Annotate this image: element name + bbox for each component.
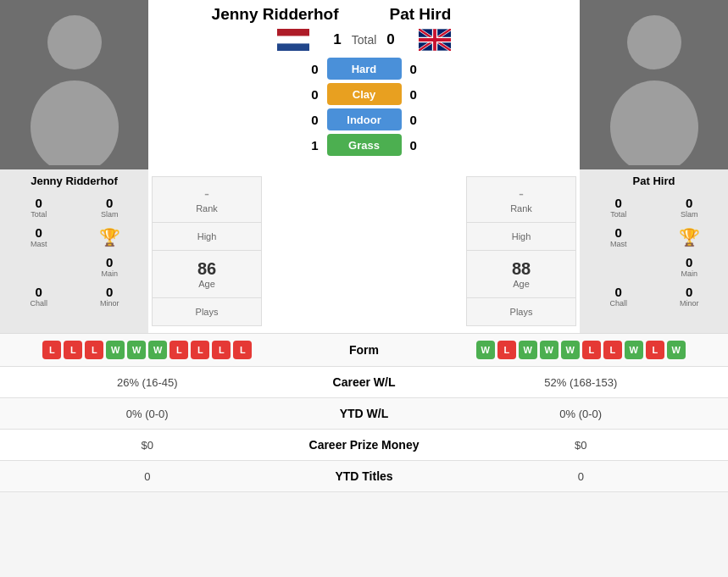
right-mast-cell: 0 Mast (583, 222, 654, 252)
career-wl-label: Career W/L (288, 375, 441, 389)
career-prize-row: $0 Career Prize Money $0 (0, 430, 728, 461)
svg-rect-4 (277, 36, 309, 44)
surface-scores: 0 Hard 0 0 Clay 0 0 (148, 54, 580, 159)
right-form: W L W W W L L W L W (441, 341, 722, 359)
right-minor-lbl: Minor (680, 299, 699, 308)
right-main-lbl: Main (681, 269, 697, 278)
left-main-cell: 0 Main (75, 252, 146, 281)
left-main-val: 0 (106, 255, 113, 269)
svg-point-7 (627, 15, 681, 69)
form-badge: L (85, 341, 103, 359)
clay-label: Clay (353, 88, 375, 101)
left-career-wl: 26% (16-45) (7, 376, 288, 389)
form-badge: L (497, 341, 516, 359)
form-badge: W (148, 341, 167, 359)
clay-row: 0 Clay 0 (148, 83, 580, 105)
ytd-titles-row: 0 YTD Titles 0 (0, 461, 728, 492)
center-top: Jenny Ridderhof Pat Hird 1 Total (148, 0, 580, 169)
ytd-wl-label: YTD W/L (288, 407, 441, 420)
left-ytd-wl: 0% (0-0) (7, 408, 288, 420)
left-chall-val: 0 (36, 285, 42, 299)
right-slam-cell: 0 Slam (654, 192, 725, 222)
left-mast-lbl: Mast (31, 240, 47, 248)
left-flag-area (148, 29, 326, 51)
main-container: Jenny Ridderhof Pat Hird 1 Total (0, 0, 728, 492)
form-badge: W (625, 341, 643, 359)
hard-surface-btn: Hard (327, 58, 402, 80)
svg-rect-5 (277, 43, 309, 51)
total-scores: 1 Total 0 (333, 31, 395, 48)
grass-score-right: 0 (410, 138, 427, 153)
svg-rect-3 (277, 29, 309, 36)
right-minor-val: 0 (686, 285, 692, 299)
form-badge: L (582, 341, 601, 359)
right-slam-val: 0 (686, 196, 692, 210)
right-flag-area (402, 29, 580, 51)
grass-label: Grass (348, 139, 380, 152)
left-player-name-label: Jenny Ridderhof (31, 175, 118, 187)
left-trophy-cell: 🏆 (75, 222, 146, 252)
form-label: Form (288, 343, 441, 357)
right-age-label: Age (513, 279, 530, 289)
left-player-stats: Jenny Ridderhof 0 Total 0 Slam 0 Mast 🏆 (0, 169, 148, 333)
left-form: L L L W W W L L L L (7, 341, 288, 359)
left-trophy-icon: 🏆 (99, 227, 120, 247)
right-age-section: 88 Age (467, 251, 575, 298)
names-row: Jenny Ridderhof Pat Hird (148, 0, 580, 25)
form-badge: W (106, 341, 125, 359)
form-badge: L (42, 341, 61, 359)
left-rank-value: - (204, 186, 209, 203)
hard-score-left: 0 (302, 62, 319, 76)
left-total-cell: 0 Total (3, 192, 75, 222)
grass-surface-btn: Grass (327, 134, 402, 156)
right-mast-val: 0 (615, 225, 622, 240)
top-section: Jenny Ridderhof Pat Hird 1 Total (0, 0, 728, 169)
left-slam-val: 0 (106, 196, 113, 210)
right-rank-value: - (519, 186, 524, 203)
total-label: Total (352, 33, 377, 47)
indoor-surface-btn: Indoor (327, 108, 402, 130)
svg-point-1 (31, 80, 119, 165)
bottom-stats: L L L W W W L L L L Form W L W W W L L (0, 334, 728, 492)
right-plays-section: Plays (467, 298, 575, 325)
clay-score-right: 0 (410, 87, 427, 102)
total-score-right: 0 (386, 31, 394, 48)
form-badge: L (169, 341, 188, 359)
left-chall-lbl: Chall (30, 299, 47, 308)
left-chall-cell: 0 Chall (3, 281, 75, 311)
form-badge: L (64, 341, 82, 359)
right-mast-lbl: Mast (610, 240, 627, 248)
form-badge: L (646, 341, 664, 359)
left-age-label: Age (198, 279, 215, 289)
right-rank-label: Rank (510, 203, 532, 214)
right-minor-cell: 0 Minor (654, 281, 725, 311)
right-main-cell: 0 Main (654, 252, 725, 281)
right-main-val: 0 (686, 255, 692, 269)
form-badge: W (561, 341, 580, 359)
hard-label: Hard (352, 63, 377, 75)
right-player-name-top: Pat Hird (364, 5, 581, 24)
form-badge: L (191, 341, 209, 359)
total-score-left: 1 (333, 31, 341, 48)
right-player-photo (580, 0, 728, 169)
indoor-score-right: 0 (410, 113, 427, 127)
right-high-section: High (467, 223, 575, 251)
right-chall-val: 0 (615, 285, 622, 299)
form-badge: L (212, 341, 231, 359)
right-career-wl: 52% (168-153) (441, 376, 722, 389)
form-badge: L (233, 341, 252, 359)
grass-score-left: 1 (302, 138, 319, 153)
left-center-panel: - Rank High 86 Age Plays (152, 176, 262, 326)
indoor-row: 0 Indoor 0 (148, 108, 580, 130)
left-age-value: 86 (197, 259, 216, 279)
uk-flag (419, 29, 451, 51)
right-ytd-titles: 0 (441, 470, 722, 483)
left-player-name-top: Jenny Ridderhof (148, 5, 364, 24)
right-age-value: 88 (512, 259, 531, 279)
right-player-stats: Pat Hird 0 Total 0 Slam 0 Mast 🏆 (580, 169, 728, 333)
right-trophy-icon: 🏆 (679, 227, 700, 247)
form-row: L L L W W W L L L L Form W L W W W L L (0, 334, 728, 367)
svg-point-8 (610, 80, 698, 165)
left-player-photo (0, 0, 148, 169)
form-badge: W (476, 341, 495, 359)
